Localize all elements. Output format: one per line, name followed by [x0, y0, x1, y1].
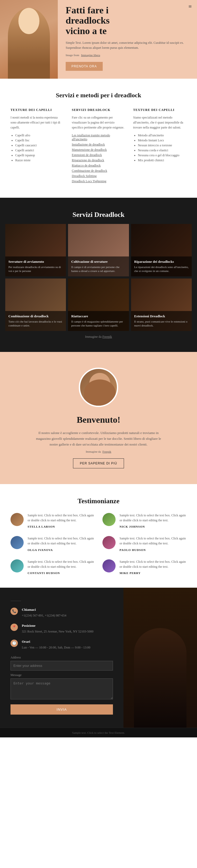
- service-link[interactable]: Installazione de dreadlock: [72, 143, 125, 147]
- testimonial-text-2: Sample text. Click to select the text bo…: [119, 513, 187, 523]
- list-item: Capelli lisc: [15, 138, 64, 143]
- list-item: Nessuna corda e elastici: [138, 148, 187, 152]
- testimonial-name-4: PAOLO HUDSON: [119, 548, 187, 552]
- hero-text: Fatti fare i dreadlocks vicino a te Simp…: [58, 0, 197, 79]
- gallery-desc-5: Il campo è di magazzino splendidamente p…: [71, 320, 125, 328]
- avatar-5: [10, 559, 24, 572]
- service-link[interactable]: Manutenzione de dreadlock: [72, 148, 125, 152]
- service-link[interactable]: Les istallazion tramite metodo all'uncin…: [72, 133, 125, 141]
- service-link[interactable]: Dreadlock Locs Tightening: [72, 179, 125, 183]
- avatar-6: [103, 559, 116, 572]
- testimonial-4: Sample text. Click to select the text bo…: [103, 536, 187, 551]
- testimonial-content-5: Sample text. Click to select the text bo…: [28, 559, 94, 575]
- hours-value: Lun - Ven — 10:00 - 20:00, Sab, Dom — 9:…: [22, 645, 90, 650]
- contact-info-panel: 📞 Chiamaci +1(234) 567-891, +1(234) 987-…: [0, 588, 123, 728]
- service-link[interactable]: Combinazione de dreadlock: [72, 169, 125, 173]
- list-item: Capelli afro: [15, 133, 64, 137]
- services-col-1: TEXTURE DEI CAPELLI I nostri metodi si l…: [10, 108, 64, 185]
- gallery-item-2: Coltivazione di serrature Il campo è di …: [68, 224, 129, 276]
- hero-cta-button[interactable]: PRENOTA ORA: [66, 62, 103, 71]
- gallery-overlay-5: Riattaccare Il campo è di magazzino sple…: [68, 311, 129, 331]
- services-col2-heading: SERVIZI DREADLOCK: [72, 108, 125, 112]
- testimonials-title: Testimonianze: [10, 497, 187, 505]
- testimonial-name-5: CONTANTI HUDSON: [28, 571, 94, 575]
- gallery-desc-3: Le riparazioni dei dreadlock sono all'un…: [134, 265, 189, 273]
- testimonial-name-2: NICK JOHNSON: [119, 525, 187, 528]
- list-item: Nessun intreccio a torsione: [138, 144, 187, 147]
- gallery-overlay-4: Combinazione di dreadlock Tutto ciò che …: [5, 311, 66, 331]
- gallery-item-4: Combinazione di dreadlock Tutto ciò che …: [5, 278, 66, 331]
- gallery-desc-1: Per realizzare dreadlocks di avviamento …: [8, 265, 63, 273]
- testimonial-text-5: Sample text. Click to select the text bo…: [28, 559, 94, 569]
- testimonial-content-4: Sample text. Click to select the text bo…: [119, 536, 187, 551]
- hero-image-credit-link[interactable]: Immagine libera: [81, 54, 100, 57]
- testimonial-1: Sample text. Click to select the text bo…: [10, 513, 94, 528]
- hero-description: Simple Text. Lorem ipsum dolor sit amet,…: [66, 40, 187, 50]
- testimonials-grid: Sample text. Click to select the text bo…: [10, 513, 187, 575]
- testimonial-content-1: Sample text. Click to select the text bo…: [28, 513, 94, 528]
- gallery-overlay-3: Riparazione dei dreadlocks Le riparazion…: [131, 256, 192, 276]
- services-title: Servizi e metodi per i dreadlock: [10, 92, 187, 99]
- hero-title: Fatti fare i dreadlocks vicino a te: [66, 5, 187, 36]
- testimonial-name-3: OLGA IVANOVA: [28, 548, 94, 552]
- gallery-title-2: Coltivazione di serrature: [71, 259, 125, 264]
- form-address-group: Address: [10, 656, 113, 671]
- list-item: Capelli caucasici: [15, 144, 64, 147]
- contact-section: 📞 Chiamaci +1(234) 567-891, +1(234) 987-…: [0, 588, 197, 728]
- gallery-desc-4: Tutto ciò che hai lavorato dreadlocks e …: [8, 320, 63, 328]
- testimonial-3: Sample text. Click to select the text bo…: [10, 536, 94, 551]
- header: logo ≡ Fatti fare i dreadlocks vicino a …: [0, 0, 197, 79]
- services-col2-links: Les istallazion tramite metodo all'uncin…: [72, 133, 125, 183]
- contact-divider: [10, 601, 21, 601]
- dreadlock-splitting-link[interactable]: Dreadlock Splitting: [72, 174, 125, 178]
- form-address-label: Address: [10, 656, 113, 659]
- testimonial-5: Sample text. Click to select the text bo…: [10, 559, 94, 575]
- welcome-section: Benvenuto! Il nostro salone è accoglient…: [0, 352, 197, 484]
- gallery-credit: Immagine da Freepik: [5, 335, 192, 339]
- form-address-input[interactable]: [10, 661, 113, 671]
- gallery-overlay-6: Estensioni Dreadlock Il strano, puoi com…: [131, 311, 192, 331]
- service-link[interactable]: Estensioni de dreadlock: [72, 153, 125, 157]
- service-link[interactable]: Riparazione do dreadlock: [72, 158, 125, 162]
- menu-icon[interactable]: ≡: [189, 3, 192, 10]
- form-message-input[interactable]: [10, 678, 113, 700]
- address-info: Posizione 321 Rock Street, 25 Avenue, Ne…: [22, 624, 93, 634]
- form-submit-button[interactable]: INVIA: [10, 704, 113, 715]
- gallery-item-3: Riparazione dei dreadlocks Le riparazion…: [131, 224, 192, 276]
- welcome-cta-button[interactable]: PER SAPERNE DI PIÙ: [73, 458, 124, 468]
- gallery-title-5: Riattaccare: [71, 314, 125, 318]
- gallery-credit-link[interactable]: Freepik: [103, 335, 112, 339]
- services-col1-list: Capelli afro Capelli lisc Capelli caucas…: [10, 133, 64, 162]
- services-section: Servizi e metodi per i dreadlock TEXTURE…: [0, 79, 197, 198]
- gallery-title-4: Combinazione di dreadlock: [8, 314, 63, 318]
- welcome-image-credit: Immagine da Freepik: [10, 450, 187, 453]
- form-message-label: Message: [10, 673, 113, 677]
- services-col3-heading: TEXTURE DEI CAPELLI: [133, 108, 187, 112]
- phone-value: +1(234) 567-891, +1(234) 987-654: [22, 613, 66, 618]
- testimonial-content-2: Sample text. Click to select the text bo…: [119, 513, 187, 528]
- contact-hours: 🕐 Orari Lun - Ven — 10:00 - 20:00, Sab, …: [10, 640, 113, 650]
- gallery-overlay-2: Coltivazione di serrature Il campo è di …: [68, 256, 129, 276]
- testimonial-content-6: Sample text. Click to select the text bo…: [119, 559, 187, 575]
- footer-note: Sample text. Click to select the Text El…: [3, 731, 194, 734]
- form-message-group: Message: [10, 673, 113, 701]
- gallery-item-5: Riattaccare Il campo è di magazzino sple…: [68, 278, 129, 331]
- list-item: Metodo all'uncinetto: [138, 133, 187, 137]
- welcome-description: Il nostro salone è accogliente e confort…: [33, 430, 164, 447]
- hair-decoration: [134, 628, 187, 728]
- gallery-title-1: Serrature di avviamento: [8, 259, 63, 264]
- service-link[interactable]: Riattacco de dreadlock: [72, 164, 125, 167]
- testimonial-2: Sample text. Click to select the text bo…: [103, 513, 187, 528]
- list-item: Razze miste: [15, 158, 64, 162]
- services-col3-list: Metodo all'uncinetto Metodo Instant Locs…: [133, 133, 187, 162]
- testimonial-6: Sample text. Click to select the text bo…: [103, 559, 187, 575]
- testimonial-name-1: STELLA LARSON: [28, 525, 94, 528]
- gallery-desc-2: Il campo è di avviamento per persone che…: [71, 265, 125, 273]
- hero-image: [0, 0, 58, 79]
- gallery-item-1: Serrature di avviamento Per realizzare d…: [5, 224, 66, 276]
- services-grid: TEXTURE DEI CAPELLI I nostri metodi si l…: [10, 108, 187, 185]
- contact-phone: 📞 Chiamaci +1(234) 567-891, +1(234) 987-…: [10, 608, 113, 618]
- list-item: Capelli ispanop: [15, 153, 64, 157]
- welcome-credit-link[interactable]: Freepik: [103, 450, 111, 453]
- phone-info: Chiamaci +1(234) 567-891, +1(234) 987-65…: [22, 608, 66, 618]
